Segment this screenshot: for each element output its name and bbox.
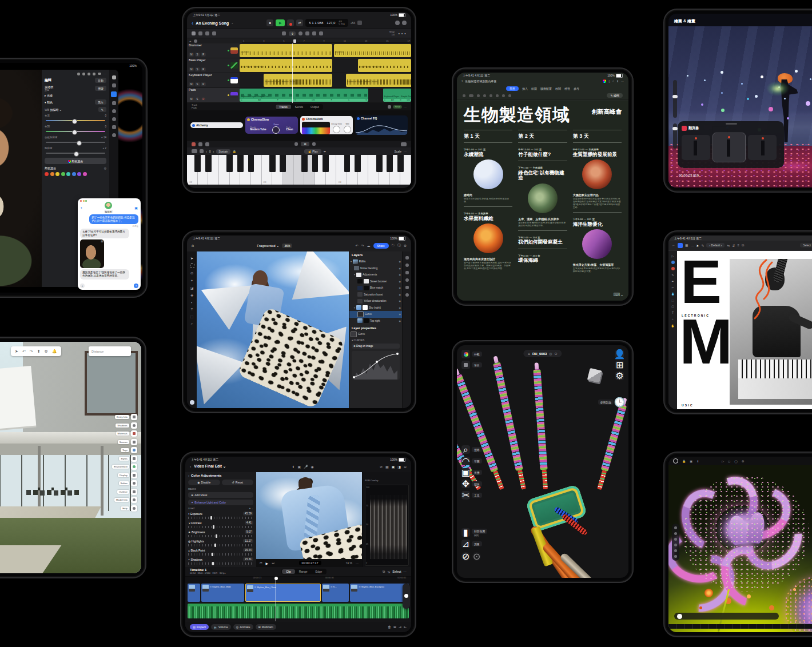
share-button[interactable]: Share (373, 243, 389, 249)
hide-icon[interactable]: ⊙ (472, 552, 481, 561)
home-icon[interactable]: ⌂ (192, 243, 194, 247)
adjustment-icon[interactable] (405, 263, 409, 267)
grid-icon[interactable] (674, 555, 677, 558)
color-swatch[interactable] (190, 400, 194, 405)
chord-icon[interactable] (192, 142, 196, 146)
timeline-ruler[interactable]: 00:00:15 00:00:30 00:00:45 (185, 576, 411, 582)
solid-icon[interactable]: ▣ (461, 468, 470, 477)
mute-button[interactable]: M (189, 67, 194, 71)
more-icon[interactable]: ⋯ (404, 570, 407, 573)
outliner-icon[interactable] (131, 489, 137, 495)
tab-insert[interactable]: 插入 (522, 87, 528, 90)
underline-icon[interactable] (489, 94, 492, 97)
brightness-slider[interactable]: ☀ Brightness9.07 (188, 530, 253, 537)
profile-icon[interactable]: 👤 (615, 350, 624, 358)
max-traffic-icon[interactable] (85, 200, 87, 202)
adjust-icon[interactable] (111, 91, 117, 97)
disable-clip-icon[interactable]: ⊠ (393, 625, 396, 629)
tab-ref[interactable]: 參考 (574, 87, 579, 90)
notify-icon[interactable]: 🔔 (52, 349, 57, 354)
tags-icon[interactable] (131, 447, 137, 453)
materials-icon[interactable] (131, 430, 137, 437)
cloud-icon[interactable] (98, 73, 101, 75)
region-keys-2[interactable]: Keyboard Player · Amber Chords (346, 74, 411, 87)
editor-view-icon[interactable] (198, 31, 202, 35)
light-section[interactable]: ▸ 光線 (45, 94, 106, 97)
import-icon[interactable]: ⬆ (292, 465, 294, 469)
versions-icon[interactable] (112, 133, 116, 137)
crop-tool-icon[interactable]: ⬚ (671, 298, 674, 302)
flipbook-panel[interactable]: 翻頁書 (678, 121, 784, 168)
transform-icon[interactable]: ✥ (461, 480, 470, 488)
browser-icon[interactable] (205, 31, 209, 35)
search-icon[interactable]: ⌕ (461, 445, 470, 454)
tracks-view-icon[interactable] (192, 31, 196, 35)
pencil-icon[interactable] (319, 31, 323, 35)
back-icon[interactable]: ← (672, 243, 675, 247)
pencil-tool-icon[interactable] (294, 142, 298, 146)
knife-tool-icon[interactable]: ✂ (671, 286, 674, 289)
tint-slider[interactable] (46, 131, 105, 132)
target-icon[interactable]: ◎ (104, 166, 106, 170)
frame-thumb[interactable] (682, 135, 710, 160)
clip-selected[interactable]: ☰ Skyline_Blue_Close (245, 584, 321, 602)
select-icon[interactable]: ➤ (15, 349, 18, 354)
help-icon[interactable] (131, 505, 137, 512)
clip[interactable]: ☰ Skyline_Blue_Backgrou (350, 584, 409, 602)
shape-tool-icon[interactable]: ▢ (671, 305, 674, 308)
paint-tool-icon[interactable] (671, 267, 675, 270)
plugin-chromaglow[interactable]: ChromaGlow ModelModern Tube Drive StyleC… (245, 117, 298, 134)
offline-icon[interactable]: ⊖ (555, 352, 558, 356)
isolate-icon[interactable]: ⊘ (461, 552, 470, 561)
play-icon[interactable]: ▶ (266, 561, 269, 565)
timeline-ruler[interactable]: 1357911131517 (242, 39, 411, 43)
octave-up[interactable]: › (213, 150, 214, 153)
heal-icon[interactable] (112, 83, 116, 87)
solo-button[interactable]: S (195, 97, 200, 101)
highlights-slider[interactable]: ◍ Highlights11.27 (188, 539, 253, 546)
layer-row[interactable]: Noise blending◉ (349, 265, 402, 272)
stop-icon[interactable]: ◻ (728, 460, 730, 463)
solo-button[interactable]: S (195, 67, 200, 71)
bw-button[interactable]: 黑白 (95, 99, 106, 105)
mute-button[interactable]: M (189, 82, 194, 86)
split-icon[interactable] (305, 31, 309, 35)
loop-icon[interactable] (298, 31, 302, 35)
more-icon[interactable]: ⋯ (404, 105, 407, 109)
drag-on-image-button[interactable]: ⊕ Drag on image (352, 344, 400, 349)
record-enable-button[interactable]: R (201, 82, 206, 86)
highlight-icon[interactable] (496, 94, 499, 97)
undo-icon[interactable] (463, 94, 465, 97)
curves-graph[interactable] (352, 351, 400, 380)
shadows-slider[interactable]: ◓ Shadows15.31 (188, 557, 253, 565)
skip-fwd-icon[interactable]: ⏭ (272, 561, 274, 565)
eyedrop-tool-icon[interactable]: 💧 (671, 292, 674, 295)
pen-tool-icon[interactable]: ✒ (671, 279, 674, 283)
auto-button[interactable]: 自動 (95, 78, 106, 83)
sampler-icon[interactable] (205, 142, 209, 146)
frame-thumb[interactable] (748, 135, 777, 160)
more-icon[interactable]: ⋯ (104, 72, 106, 75)
text-tool-icon[interactable]: T (672, 311, 674, 314)
sync-icon[interactable]: ◎ (549, 352, 552, 356)
brush-icon[interactable]: ✎ (701, 243, 704, 247)
zoom-pill[interactable]: 36% (282, 243, 292, 248)
photo-canvas[interactable] (0, 70, 42, 287)
region-pads-2[interactable]: Keyboard Player · Simple Pad CAmGDm (383, 89, 412, 102)
track-header-pads[interactable]: Pads MSR (187, 88, 240, 102)
inspect-button[interactable]: ▤ Inspect (190, 624, 209, 630)
share-icon[interactable]: ⬆ (616, 79, 619, 83)
temp-slider[interactable] (46, 120, 105, 121)
orbit-icon[interactable] (674, 532, 677, 535)
kb-type-icon[interactable] (192, 149, 197, 153)
song-title[interactable]: An Evening Song (196, 21, 229, 25)
contact-name[interactable]: 楊佳玲 (104, 210, 113, 213)
redo-icon[interactable] (82, 73, 85, 75)
settings-icon[interactable]: ⚙ (615, 372, 624, 380)
kb-split-icon[interactable] (200, 149, 204, 153)
flip-v-icon[interactable]: ⇵ (732, 243, 735, 247)
browse-button[interactable]: 瀏覽 (95, 86, 106, 91)
project-title[interactable]: Video Final Edit ⌄ (194, 464, 226, 469)
lasso-tool-icon[interactable]: ʘ (190, 271, 193, 275)
bold-icon[interactable] (477, 94, 480, 97)
